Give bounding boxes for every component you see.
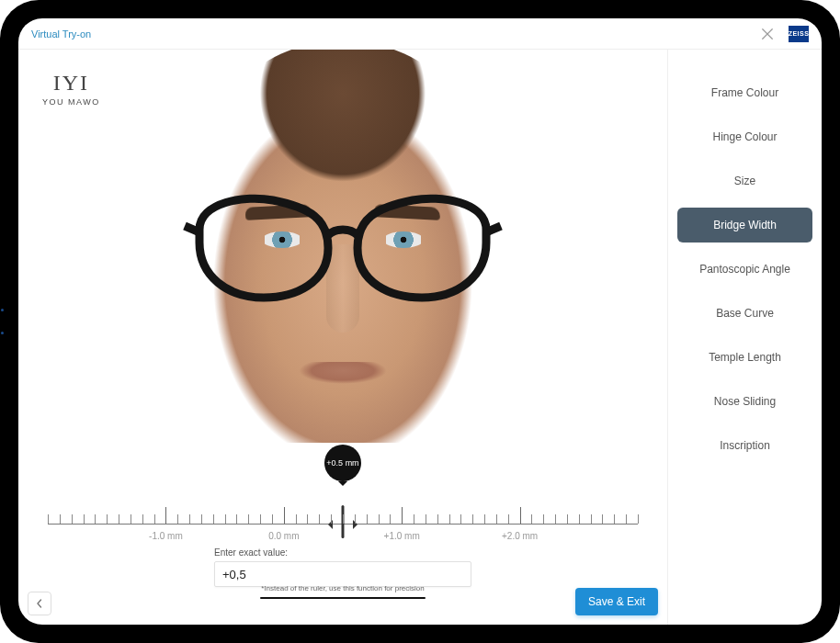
ruler-tick-minor <box>591 514 592 524</box>
ruler-tick-minor <box>272 514 273 524</box>
ruler-tick-minor <box>484 514 485 524</box>
vendor-logo: IYI YOU MAWO <box>42 72 100 107</box>
ruler-tick-minor <box>177 514 178 524</box>
page-title: Virtual Try-on <box>31 28 91 39</box>
sidebar-item-frame-colour[interactable]: Frame Colour <box>677 75 812 110</box>
ruler-tick-minor <box>367 514 368 524</box>
sidebar-item-temple-length[interactable]: Temple Length <box>677 340 812 375</box>
ruler-tick-minor <box>414 514 414 524</box>
close-icon[interactable] <box>759 26 776 42</box>
ruler-tick-minor <box>508 514 509 524</box>
sidebar-item-hinge-colour[interactable]: Hinge Colour <box>677 119 812 154</box>
ruler-tick-minor <box>472 514 473 524</box>
sidebar-item-inscription[interactable]: Inscription <box>677 428 812 463</box>
main-area: IYI YOU MAWO <box>18 50 667 625</box>
device-sensors <box>0 299 6 344</box>
ruler-tick-label: 0.0 mm <box>268 531 299 541</box>
back-button[interactable] <box>28 592 51 615</box>
ruler-tick-minor <box>343 514 344 524</box>
ruler-tick-minor <box>48 514 49 524</box>
ruler-tick-label: -1.0 mm <box>149 531 183 541</box>
ruler-tick-minor <box>296 514 297 524</box>
ruler-tick-minor <box>72 514 73 524</box>
exact-value-footnote: *Instead of the ruler, use this function… <box>261 584 424 592</box>
ruler-tick-minor <box>449 514 450 524</box>
ruler-tick-minor <box>260 514 261 524</box>
ruler-tick-minor <box>84 514 85 524</box>
sidebar-item-base-curve[interactable]: Base Curve <box>677 296 812 331</box>
options-sidebar: Frame ColourHinge ColourSizeBridge Width… <box>667 50 822 625</box>
ruler-tick-minor <box>638 514 639 524</box>
ruler-tick-minor <box>496 514 497 524</box>
ruler-tick-minor <box>201 514 202 524</box>
ruler-tick-minor <box>579 514 580 524</box>
ruler-tick-minor <box>225 514 226 524</box>
ruler-tick-minor <box>355 514 356 524</box>
ruler-tick-minor <box>602 514 603 524</box>
ruler-tick-minor <box>319 514 320 524</box>
ruler-tick-minor <box>142 514 143 524</box>
ruler-tick-minor <box>437 514 438 524</box>
ruler-tick-minor <box>543 514 544 524</box>
ruler-area: +0.5 mm -1.0 mm0.0 mm+1.0 mm+2.0 mm Ente… <box>18 443 667 625</box>
content-area: IYI YOU MAWO <box>18 50 822 625</box>
ruler-tick-minor <box>119 514 119 524</box>
ruler-tick-minor <box>626 514 627 524</box>
ruler-tick-minor <box>107 514 108 524</box>
sidebar-item-nose-sliding[interactable]: Nose Sliding <box>677 384 812 419</box>
sidebar-item-bridge-width[interactable]: Bridge Width <box>677 208 812 243</box>
titlebar: Virtual Try-on ZEISS <box>18 18 822 50</box>
tablet-frame: Virtual Try-on ZEISS IYI YOU MAWO <box>0 0 840 643</box>
ruler-tick-minor <box>555 514 556 524</box>
ruler-tick-minor <box>189 514 190 524</box>
ruler-tick-major <box>520 507 521 524</box>
ruler-tick-minor <box>248 514 249 524</box>
exact-value-row: Enter exact value: <box>214 547 471 587</box>
vendor-glyph: IYI <box>42 72 100 94</box>
ruler-tick-major <box>402 507 403 524</box>
ruler-tick-minor <box>95 514 96 524</box>
ruler-tick-minor <box>60 514 61 524</box>
titlebar-right: ZEISS <box>759 26 809 42</box>
ruler-tick-minor <box>614 514 615 524</box>
ruler-tick-minor <box>379 514 380 524</box>
save-exit-button[interactable]: Save & Exit <box>575 588 658 615</box>
exact-value-input[interactable] <box>214 561 471 587</box>
ruler-tick-minor <box>567 514 568 524</box>
ruler-tick-major <box>165 507 166 524</box>
ruler-tick-minor <box>390 514 391 524</box>
ruler-tick-minor <box>307 514 308 524</box>
value-bubble: +0.5 mm <box>324 445 361 481</box>
ruler-tick-minor <box>131 514 131 524</box>
ruler-tick-label: +1.0 mm <box>384 531 420 541</box>
vendor-name: YOU MAWO <box>42 97 100 107</box>
ruler-tick-label: +2.0 mm <box>502 531 538 541</box>
ruler-tick-minor <box>154 514 155 524</box>
sidebar-item-pantoscopic-angle[interactable]: Pantoscopic Angle <box>677 252 812 287</box>
ruler-tick-minor <box>213 514 214 524</box>
tryon-viewer[interactable]: IYI YOU MAWO <box>18 50 667 443</box>
ruler-tick-minor <box>236 514 237 524</box>
ruler[interactable]: -1.0 mm0.0 mm+1.0 mm+2.0 mm <box>48 494 638 535</box>
progress-indicator <box>260 597 426 599</box>
ruler-tick-minor <box>426 514 426 524</box>
app-screen: Virtual Try-on ZEISS IYI YOU MAWO <box>18 18 822 625</box>
ruler-tick-minor <box>531 514 532 524</box>
exact-value-label: Enter exact value: <box>214 547 471 558</box>
zeiss-logo: ZEISS <box>789 26 809 42</box>
ruler-tick-minor <box>331 514 332 524</box>
ruler-tick-minor <box>460 514 461 524</box>
face-render <box>150 50 536 443</box>
ruler-tick-major <box>284 507 285 524</box>
sidebar-item-size[interactable]: Size <box>677 164 812 198</box>
